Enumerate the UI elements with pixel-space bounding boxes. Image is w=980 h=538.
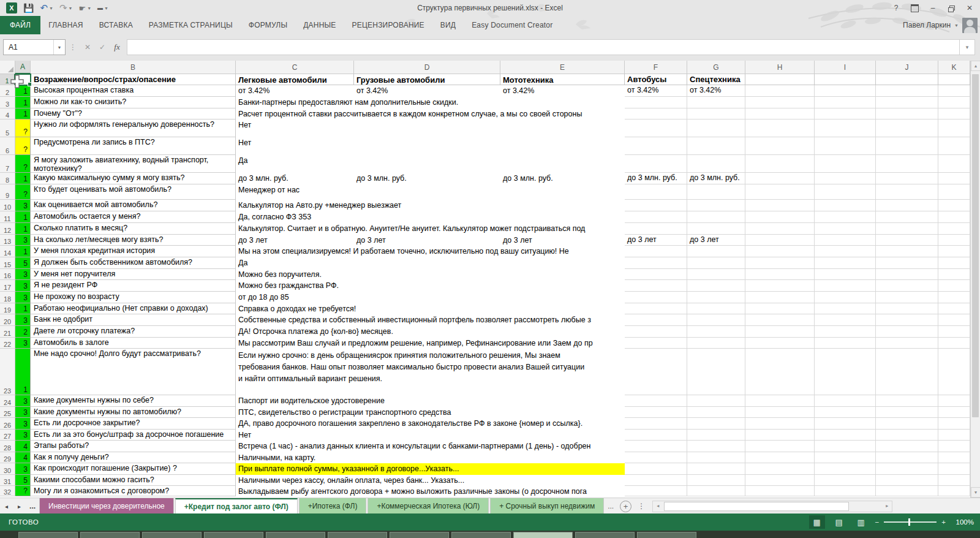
enter-entry-icon[interactable]: ✓ (95, 40, 110, 55)
cell-I20[interactable] (815, 314, 876, 326)
cell-I14[interactable] (815, 246, 876, 257)
vertical-scrollbar[interactable]: ▴ ▾ (970, 61, 980, 498)
row-header-13[interactable]: 13 (0, 235, 15, 246)
row-header-15[interactable]: 15 (0, 257, 15, 269)
cell-G2[interactable]: от 3.42% (687, 85, 745, 97)
cell-J31[interactable] (876, 475, 938, 486)
cell-B25[interactable]: Какие документы нужны по автомобилю? (31, 407, 236, 418)
row-header-29[interactable]: 29 (0, 452, 15, 463)
cell-C20[interactable]: Собственные средства и собственный инвес… (236, 314, 625, 326)
cell-K26[interactable] (938, 418, 970, 430)
cell-I24[interactable] (815, 395, 876, 407)
cell-F5[interactable] (625, 119, 687, 137)
cell-F17[interactable] (625, 280, 687, 292)
cell-F30[interactable] (625, 463, 687, 475)
cell-G18[interactable] (687, 292, 745, 303)
cell-H24[interactable] (745, 395, 815, 407)
cell-C11[interactable]: Да, согласно ФЗ 353 (236, 211, 625, 223)
cell-K15[interactable] (938, 257, 970, 269)
cell-C16[interactable]: Можно без поручителя. (236, 269, 625, 280)
cell-B2[interactable]: Высокая процентная ставка (31, 85, 236, 97)
cell-H14[interactable] (745, 246, 815, 257)
cell-G19[interactable] (687, 303, 745, 314)
ribbon-tab-данные[interactable]: ДАННЫЕ (295, 16, 344, 34)
cell-G15[interactable] (687, 257, 745, 269)
cell-F12[interactable] (625, 223, 687, 235)
cell-E2[interactable]: от 3.42% (500, 85, 625, 97)
cell-E13[interactable]: до 3 лет (500, 235, 625, 246)
cell-C26[interactable]: ДА, право досрочного погашения закреплен… (236, 418, 625, 430)
cell-B27[interactable]: Есть ли за это бонус/штраф за досрочное … (31, 430, 236, 441)
cell-J22[interactable] (876, 338, 938, 349)
cell-I10[interactable] (815, 200, 876, 211)
row-header-12[interactable]: 12 (0, 223, 15, 235)
cell-A13[interactable]: 3 (15, 235, 31, 246)
cell-F4[interactable] (625, 108, 687, 119)
cell-A6[interactable]: ? (15, 137, 31, 155)
cell-I21[interactable] (815, 326, 876, 338)
cell-H13[interactable] (745, 235, 815, 246)
cell-K8[interactable] (938, 173, 970, 184)
cell-H19[interactable] (745, 303, 815, 314)
cell-G16[interactable] (687, 269, 745, 280)
cell-A23[interactable]: 1 (15, 349, 31, 395)
row-header-17[interactable]: 17 (0, 280, 15, 292)
cell-H23[interactable] (745, 349, 815, 395)
cell-F9[interactable] (625, 184, 687, 200)
cell-A12[interactable]: 1 (15, 223, 31, 235)
cell-C24[interactable]: Паспорт ии водительское удостоверение (236, 395, 625, 407)
cell-J8[interactable] (876, 173, 938, 184)
cell-A9[interactable]: ? (15, 184, 31, 200)
cell-I29[interactable] (815, 452, 876, 463)
cell-B20[interactable]: Банк не одобрит (31, 314, 236, 326)
cell-K25[interactable] (938, 407, 970, 418)
cell-J16[interactable] (876, 269, 938, 280)
row-header-18[interactable]: 18 (0, 292, 15, 303)
row-header-26[interactable]: 26 (0, 418, 15, 430)
cell-K27[interactable] (938, 430, 970, 441)
redo-icon[interactable]: ↷▼ (57, 1, 75, 15)
save-icon[interactable]: 💾 (21, 1, 36, 15)
column-header-E[interactable]: E (500, 61, 625, 74)
row-header-3[interactable]: 3 (0, 97, 15, 108)
cell-A21[interactable]: 2 (15, 326, 31, 338)
cell-H15[interactable] (745, 257, 815, 269)
zoom-slider[interactable]: − + (875, 518, 946, 526)
row-header-4[interactable]: 4 (0, 108, 15, 119)
zoom-out-icon[interactable]: − (875, 518, 880, 526)
cell-C29[interactable]: Наличными, на карту. (236, 452, 625, 463)
page-layout-view-icon[interactable]: ▤ (831, 515, 847, 529)
column-header-J[interactable]: J (876, 61, 938, 74)
minimize-icon[interactable]: – (924, 1, 942, 15)
cell-G13[interactable]: до 3 лет (687, 235, 745, 246)
cell-K18[interactable] (938, 292, 970, 303)
taskbar-button[interactable] (575, 532, 635, 538)
cell-F7[interactable] (625, 155, 687, 173)
scroll-left-icon[interactable]: ◂ (653, 501, 663, 510)
ribbon-tab-рецензирование[interactable]: РЕЦЕНЗИРОВАНИЕ (344, 16, 432, 34)
row-header-21[interactable]: 21 (0, 326, 15, 338)
cell-E8[interactable]: до 3 млн. руб. (500, 173, 625, 184)
cell-K16[interactable] (938, 269, 970, 280)
cell-F1[interactable]: Автобусы (625, 74, 687, 85)
cell-J9[interactable] (876, 184, 938, 200)
cell-F18[interactable] (625, 292, 687, 303)
cell-H6[interactable] (745, 137, 815, 155)
cell-F10[interactable] (625, 200, 687, 211)
cell-I23[interactable] (815, 349, 876, 395)
cell-A4[interactable]: 1 (15, 108, 31, 119)
cell-K31[interactable] (938, 475, 970, 486)
taskbar-button[interactable] (513, 532, 573, 538)
cell-H31[interactable] (745, 475, 815, 486)
cell-C1[interactable]: Легковые автомобили (236, 74, 354, 85)
cell-J7[interactable] (876, 155, 938, 173)
cell-C7[interactable]: Да (236, 155, 625, 173)
cell-I22[interactable] (815, 338, 876, 349)
cell-B32[interactable]: Могу ли я ознакомиться с договором? (31, 486, 236, 496)
scroll-up-icon[interactable]: ▴ (971, 61, 980, 71)
cell-K20[interactable] (938, 314, 970, 326)
cell-A22[interactable]: 3 (15, 338, 31, 349)
worksheet-grid[interactable]: ABCDEFGHIJK 1Возражение/вопрос/страх/опа… (0, 61, 980, 498)
cell-A20[interactable]: 3 (15, 314, 31, 326)
cell-J3[interactable] (876, 97, 938, 108)
